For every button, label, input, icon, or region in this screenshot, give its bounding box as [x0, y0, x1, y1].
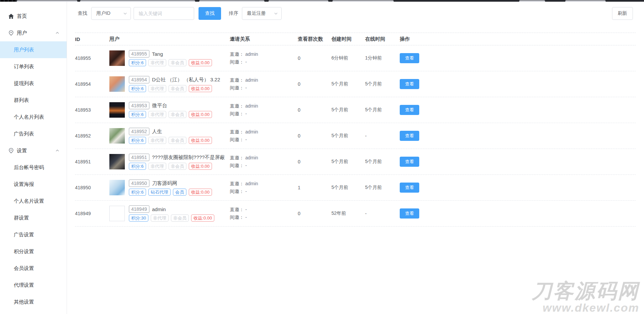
search-type-select[interactable]: 用户ID — [91, 7, 131, 20]
user-id: 418949 — [75, 211, 109, 216]
invite-cell: 直邀：admin 间邀：- — [230, 129, 298, 143]
direct-invite-value: admin — [245, 181, 258, 186]
user-name: ????朋友圈被限制????不是屏蔽 — [152, 154, 225, 161]
search-button[interactable]: 查找 — [199, 7, 221, 20]
income-badge: 收益:0.00 — [189, 163, 212, 170]
col-invite: 邀请关系 — [230, 36, 298, 42]
sidebar-section-settings[interactable]: 设置 — [0, 142, 67, 159]
income-badge: 收益:0.00 — [191, 214, 214, 222]
avatar — [109, 76, 125, 92]
keyword-input[interactable] — [134, 7, 194, 20]
sidebar-item-points-setting[interactable]: 积分设置 — [0, 243, 67, 260]
group-view-count: 0 — [298, 133, 331, 139]
view-button[interactable]: 查看 — [400, 183, 419, 193]
group-view-count: 0 — [298, 107, 331, 113]
indirect-invite-value: - — [245, 189, 247, 194]
sort-label: 排序 — [229, 10, 238, 16]
sidebar-item-withdraw-list[interactable]: 提现列表 — [0, 75, 67, 92]
col-action: 操作 — [400, 36, 636, 42]
view-button[interactable]: 查看 — [400, 208, 419, 219]
sidebar-item-label: 订单列表 — [14, 64, 34, 70]
direct-invite-value: admin — [245, 51, 258, 57]
sidebar-item-order-list[interactable]: 订单列表 — [0, 58, 67, 75]
sidebar-item-admin-password[interactable]: 后台帐号密码 — [0, 159, 67, 176]
sidebar-item-ad-setting[interactable]: 广告设置 — [0, 226, 67, 243]
table-row: 418953 418953 微平台 积分:6 非代理 非会员 收益:0.00 — [75, 97, 636, 123]
sidebar-item-ad-list[interactable]: 广告列表 — [0, 125, 67, 142]
user-name: admin — [152, 206, 166, 212]
indirect-invite-value: - — [245, 137, 247, 142]
view-button[interactable]: 查看 — [400, 157, 419, 167]
sidebar-item-user-list[interactable]: 用户列表 — [0, 41, 67, 58]
group-view-count: 0 — [298, 55, 331, 61]
indirect-invite-label: 间邀： — [230, 214, 244, 220]
view-button[interactable]: 查看 — [400, 53, 419, 63]
search-type-value: 用户ID — [96, 10, 110, 16]
users-table: ID 用户 邀请关系 查看群次数 创建时间 在线时间 操作 418955 418… — [75, 33, 636, 227]
income-badge: 收益:0.00 — [189, 111, 212, 118]
sidebar-item-poster-setting[interactable]: 设置海报 — [0, 176, 67, 193]
sidebar-item-label: 首页 — [17, 13, 27, 19]
income-badge: 收益:0.00 — [189, 189, 212, 196]
view-button[interactable]: 查看 — [400, 105, 419, 115]
sidebar-item-label: 会员设置 — [14, 265, 34, 272]
avatar — [109, 50, 125, 66]
toolbar: 查找 用户ID 查找 排序 最近注册 — [78, 7, 644, 20]
avatar — [109, 206, 125, 221]
user-cell: 418951 ????朋友圈被限制????不是屏蔽 积分:6 非代理 非会员 收… — [109, 154, 230, 170]
sidebar-item-group-setting[interactable]: 群设置 — [0, 209, 67, 226]
created-time: 5个月前 — [331, 81, 365, 87]
direct-invite-value: admin — [245, 155, 258, 160]
chevron-up-icon — [56, 31, 59, 35]
online-time: 5个月前 — [365, 159, 400, 165]
user-id-chip: 418950 — [129, 180, 149, 187]
agent-badge: 非代理 — [148, 85, 166, 92]
sort-select[interactable]: 最近注册 — [242, 7, 282, 20]
user-name: D公社 （江） （私人号） 3.22 — [152, 77, 220, 83]
sidebar-item-card-list[interactable]: 个人名片列表 — [0, 109, 67, 125]
watermark-url: www.dkewl.com — [532, 302, 639, 313]
sidebar-item-group-list[interactable]: 群列表 — [0, 92, 67, 109]
table-row: 418950 418950 刀客源码网 积分:6 钻石代理 会员 收益:0.00 — [75, 175, 636, 201]
sidebar-item-label: 个人名片列表 — [14, 114, 44, 120]
view-button[interactable]: 查看 — [400, 131, 419, 141]
sidebar-item-other-setting[interactable]: 其他设置 — [0, 293, 67, 310]
user-cell: 418955 Tang 积分:6 非代理 非会员 收益:0.00 — [109, 50, 230, 66]
view-button[interactable]: 查看 — [400, 79, 419, 89]
online-time: 5个月前 — [365, 107, 400, 113]
user-id-chip: 418949 — [129, 205, 149, 213]
direct-invite-label: 直邀： — [230, 103, 244, 109]
created-time: 5个月前 — [331, 185, 365, 191]
member-badge: 非会员 — [171, 214, 189, 222]
agent-badge: 非代理 — [151, 214, 169, 222]
sidebar-item-home[interactable]: 首页 — [0, 8, 67, 25]
member-badge: 非会员 — [169, 59, 186, 66]
online-time: - — [365, 211, 400, 216]
points-badge: 积分:6 — [129, 111, 146, 118]
online-time: - — [365, 133, 400, 139]
indirect-invite-label: 间邀： — [230, 85, 244, 90]
sort-value: 最近注册 — [247, 10, 266, 16]
main-content: 查找 用户ID 查找 排序 最近注册 刷新 ID 用户 — [67, 2, 644, 314]
avatar — [109, 102, 125, 118]
agent-badge: 非代理 — [148, 59, 166, 66]
chevron-up-icon — [56, 149, 59, 153]
user-cell: 418950 刀客源码网 积分:6 钻石代理 会员 收益:0.00 — [109, 180, 230, 196]
points-badge: 积分:6 — [129, 163, 146, 170]
direct-invite-value: - — [245, 207, 247, 212]
sidebar-item-agent-setting[interactable]: 代理设置 — [0, 277, 67, 293]
table-row: 418954 418954 D公社 （江） （私人号） 3.22 积分:6 非代… — [75, 71, 636, 97]
member-badge: 非会员 — [169, 137, 186, 144]
user-id-chip: 418955 — [129, 50, 149, 57]
points-badge: 积分:6 — [129, 189, 146, 196]
user-id: 418954 — [75, 81, 109, 87]
sidebar-item-member-setting[interactable]: 会员设置 — [0, 260, 67, 277]
indirect-invite-value: - — [245, 214, 247, 220]
sidebar-item-card-setting[interactable]: 个人名片设置 — [0, 193, 67, 209]
sidebar-item-label: 代理设置 — [14, 282, 34, 288]
income-badge: 收益:0.00 — [189, 59, 212, 66]
direct-invite-value: admin — [245, 129, 258, 134]
sidebar-section-users[interactable]: 用户 — [0, 25, 67, 41]
sidebar-item-label: 其他设置 — [14, 299, 34, 305]
refresh-button[interactable]: 刷新 — [612, 7, 633, 20]
